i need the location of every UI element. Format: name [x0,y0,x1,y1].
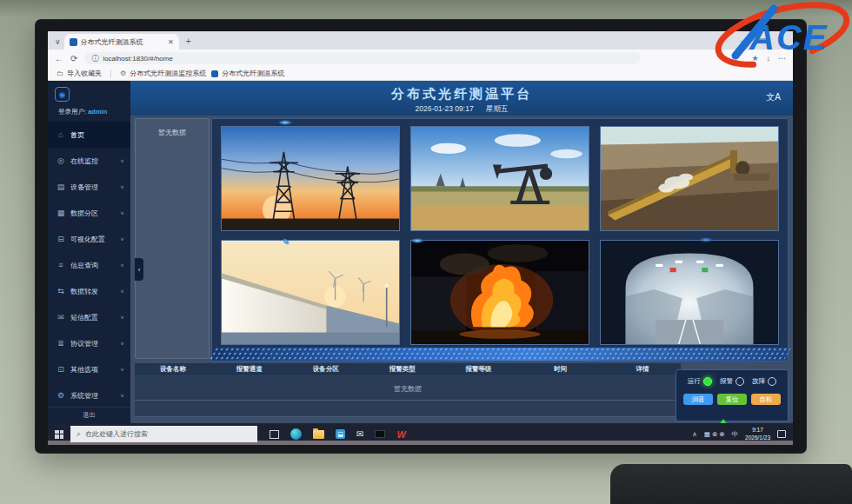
sidebar-menu: ⌂首页◎在线监控∨▤设备管理∨▦数据分区∨⊟可视化配置∨≡信息查询∨⇆数据转发∨… [48,122,130,408]
bookmark-label: 导入收藏夹 [67,69,102,78]
selfcheck-button[interactable]: 自检 [751,394,781,405]
site-info-icon[interactable]: ⓘ [91,54,98,63]
back-icon[interactable]: ← [55,54,63,63]
windows-taskbar: ⌕ 在此处键入进行搜索 ⬓ ✉ W ∧ ▦ ⊗ ⊕ 中 9:17 2026/1/… [48,423,793,445]
video-cell-tunnel[interactable] [600,240,779,345]
gear-icon: ⚙ [120,70,126,77]
tab-search-icon[interactable]: ∨ [55,37,61,46]
menu-item-label: 协议管理 [70,339,115,348]
ime-indicator[interactable]: 中 [732,430,739,439]
bookmark-label: 分布式光纤测温系统 [222,69,284,78]
video-cell-wall-turbines[interactable] [221,240,400,345]
mute-button[interactable]: 消音 [683,394,713,405]
wps-icon[interactable]: W [396,429,405,440]
sidebar-item-0[interactable]: ⌂首页 [48,122,130,148]
bookmark-monitor-system[interactable]: ⚙ 分布式光纤测温监控系统 [120,69,206,78]
fire-image [411,241,589,344]
refresh-icon[interactable]: ⟳ [70,54,77,63]
address-bar[interactable]: ⓘ localhost:1830/#/home [84,52,641,64]
tray-expand-icon[interactable]: ∧ [692,430,697,438]
header-datetime: 2026-01-23 09:17 星期五 [130,104,793,115]
alarm-table-header: 设备名称报警通道设备分区报警类型报警等级时间详情 [135,363,681,376]
browser-toolbar: ← ⟳ ⓘ localhost:1830/#/home ★ ↓ ⋯ [48,50,793,67]
chevron-down-icon: ∨ [120,210,124,216]
browser-tab[interactable]: 分布式光纤测温系统 ✕ [64,34,179,50]
table-column-header: 详情 [604,365,681,374]
tunnel-image [601,241,778,344]
menu-item-icon: ⇆ [57,287,65,295]
sidebar-item-1[interactable]: ◎在线监控∨ [48,148,130,174]
start-button-icon[interactable] [55,430,63,439]
file-explorer-icon[interactable] [313,430,324,439]
page-title: 分布式光纤测温平台 [130,81,793,103]
panel-collapse-button[interactable]: ‹ [135,258,143,281]
menu-item-icon: ⊟ [57,235,65,243]
edge-browser-icon[interactable] [290,428,302,440]
menu-item-icon: ≣ [57,339,65,348]
table-column-header: 报警类型 [364,365,441,374]
chevron-down-icon: ∨ [120,367,124,372]
notification-center-icon[interactable] [777,430,786,438]
menu-item-icon: ▤ [57,182,65,191]
sidebar-item-4[interactable]: ⊟可视化配置∨ [48,226,130,252]
task-view-icon[interactable] [270,430,279,439]
sidebar-item-10[interactable]: ⚙系统管理∨ [48,382,130,408]
video-cell-pumpjack[interactable] [410,126,589,231]
status-label: 报警 [720,377,733,386]
tray-icons[interactable]: ▦ ⊗ ⊕ [704,430,725,438]
chevron-down-icon: ∨ [120,236,124,242]
pumpjack-image [411,127,589,230]
decor-glint [278,120,292,125]
table-column-header: 设备分区 [288,365,364,374]
sidebar-item-3[interactable]: ▦数据分区∨ [48,200,130,226]
clock-time: 9:17 [745,427,770,434]
table-column-header: 报警等级 [441,365,517,374]
tab-favicon [70,38,77,46]
weekday-text: 星期五 [486,104,509,113]
video-cell-mine-conveyor[interactable] [600,126,779,231]
logo-text: ACE [749,18,828,56]
sidebar-item-8[interactable]: ≣协议管理∨ [48,330,130,356]
chevron-down-icon: ∨ [120,158,124,163]
taskbar-search-box[interactable]: ⌕ 在此处键入进行搜索 [70,426,257,442]
chevron-down-icon: ∨ [120,315,124,320]
device-list-panel: 暂无数据 ‹ [135,118,210,359]
sidebar-item-6[interactable]: ⇆数据转发∨ [48,278,130,304]
mail-icon[interactable]: ✉ [356,429,363,439]
chevron-down-icon: ∨ [120,262,124,268]
logout-button[interactable]: 退出 [48,407,130,420]
sidebar-item-7[interactable]: ✉短信配置∨ [48,304,130,330]
date-text: 2026-01-23 09:17 [416,104,474,113]
user-name: admin [88,108,107,116]
video-cell-power-towers[interactable] [221,126,400,231]
decorative-dot-band [212,348,788,361]
new-tab-button[interactable]: + [186,36,191,46]
menu-item-icon: ◎ [57,156,65,165]
taskbar-clock[interactable]: 9:17 2026/1/23 [745,427,770,441]
language-switch-icon[interactable]: 文A [766,91,781,103]
reset-button[interactable]: 复位 [717,394,747,405]
sidebar-item-2[interactable]: ▤设备管理∨ [48,174,130,200]
menu-item-label: 可视化配置 [70,235,115,244]
ace-watermark-logo: ACE [709,0,852,70]
menu-item-icon: ⊡ [57,365,65,374]
status-fault: 故障 [752,377,776,386]
search-placeholder: 在此处键入进行搜索 [85,429,148,439]
bookmark-temp-system[interactable]: 分布式光纤测温系统 [211,69,284,78]
decor-glint [699,237,713,242]
sidebar-item-5[interactable]: ≡信息查询∨ [48,252,130,278]
video-cell-fire[interactable] [410,240,589,345]
tab-title: 分布式光纤测温系统 [81,37,164,47]
power-towers-image [222,127,399,230]
app-window-icon[interactable] [375,430,385,438]
menu-item-label: 在线监控 [70,156,115,166]
bookmark-import-favorites[interactable]: 🗀 导入收藏夹 [57,69,102,78]
menu-item-label: 数据分区 [70,209,115,218]
sidebar-item-9[interactable]: ⊡其他选项∨ [48,356,130,382]
url-text: localhost:1830/#/home [103,55,173,63]
sidebar: ◉ 登录用户: admin ⌂首页◎在线监控∨▤设备管理∨▦数据分区∨⊟可视化配… [48,81,130,423]
device-list-empty-text: 暂无数据 [136,128,209,137]
store-icon[interactable]: ⬓ [336,429,345,439]
video-grid-panel [211,118,789,361]
tab-close-icon[interactable]: ✕ [168,38,174,46]
